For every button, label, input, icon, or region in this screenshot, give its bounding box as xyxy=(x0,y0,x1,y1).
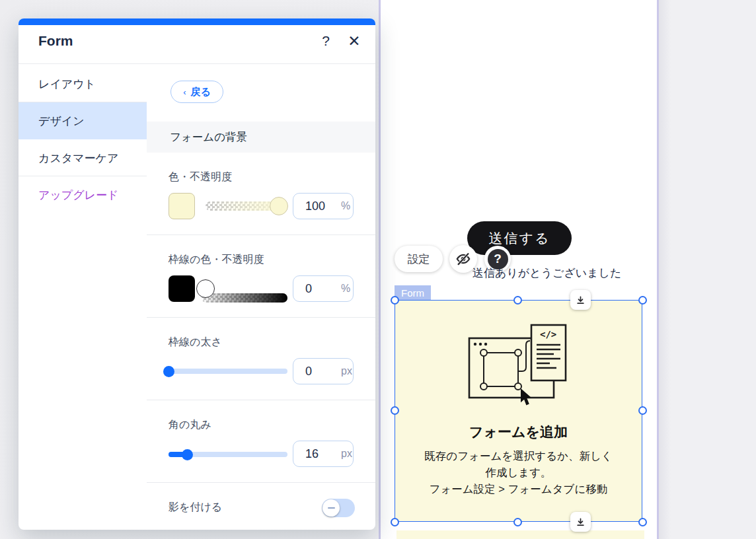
panel-title: Form xyxy=(38,33,73,49)
settings-button[interactable]: 設定 xyxy=(395,246,443,272)
border-width-unit: px xyxy=(341,365,352,377)
fill-opacity-unit: % xyxy=(341,200,350,212)
tab-design[interactable]: デザイン xyxy=(19,102,147,139)
border-opacity-label: 枠線の色・不透明度 xyxy=(169,253,264,267)
handle-top-right[interactable] xyxy=(638,296,647,305)
border-width-input[interactable] xyxy=(304,364,341,379)
settings-button-label: 設定 xyxy=(408,252,430,267)
border-color-swatch[interactable] xyxy=(169,275,195,302)
border-width-slider-thumb[interactable] xyxy=(163,366,174,377)
fill-opacity-input[interactable] xyxy=(304,199,341,214)
border-opacity-unit: % xyxy=(341,283,350,295)
fill-color-swatch[interactable] xyxy=(169,193,195,219)
page-guide-left xyxy=(379,0,381,539)
form-placeholder[interactable]: </> フォームを追加 既存のフォームを選択するか、新しく 作成します。 フォー… xyxy=(395,300,642,522)
stretch-bottom-button[interactable] xyxy=(570,512,591,532)
next-form-element[interactable] xyxy=(397,530,644,539)
shadow-label: 影を付ける xyxy=(169,501,222,515)
tab-layout[interactable]: レイアウト xyxy=(19,65,147,102)
shadow-toggle-thumb xyxy=(322,499,340,517)
panel-accent-bar xyxy=(19,18,375,25)
tab-label: カスタマーケア xyxy=(38,151,118,166)
corner-radius-unit: px xyxy=(341,448,352,460)
back-button[interactable]: ‹ 戻る xyxy=(170,81,223,103)
eye-off-icon xyxy=(455,250,472,268)
border-width-label: 枠線の太さ xyxy=(169,336,222,349)
submit-button-label: 送信する xyxy=(489,229,550,248)
border-opacity-field: % xyxy=(293,275,354,302)
corner-radius-input[interactable] xyxy=(304,447,341,462)
add-form-illustration: </> xyxy=(463,320,575,415)
handle-middle-left[interactable] xyxy=(391,406,399,415)
chevron-left-icon: ‹ xyxy=(183,87,186,97)
tab-upgrade[interactable]: アップグレード xyxy=(19,176,147,213)
tab-customer-care[interactable]: カスタマーケア xyxy=(19,139,147,176)
stretch-icon xyxy=(576,517,586,527)
section-header: フォームの背景 xyxy=(147,122,375,153)
border-width-field: px xyxy=(293,358,354,384)
corner-radius-field: px xyxy=(293,441,354,467)
corner-radius-label: 角の丸み xyxy=(169,418,211,432)
fill-opacity-slider-thumb[interactable] xyxy=(270,197,288,215)
back-button-label: 戻る xyxy=(190,86,210,98)
placeholder-line3: フォーム設定 > フォームタブに移動 xyxy=(430,481,608,497)
section-divider xyxy=(147,317,375,318)
stretch-top-button[interactable] xyxy=(570,290,591,310)
tab-label: アップグレード xyxy=(38,188,118,203)
placeholder-title: フォームを追加 xyxy=(469,423,568,441)
handle-top-center[interactable] xyxy=(513,296,522,305)
section-divider xyxy=(147,482,375,483)
tab-label: デザイン xyxy=(38,114,85,129)
shadow-toggle[interactable] xyxy=(322,499,355,517)
handle-middle-right[interactable] xyxy=(638,406,647,415)
thank-you-text: 送信ありがとうございました xyxy=(472,266,644,281)
border-opacity-slider[interactable] xyxy=(202,293,287,303)
section-divider xyxy=(147,400,375,400)
element-tag-label: Form xyxy=(401,287,424,299)
header-divider xyxy=(19,63,375,64)
section-header-label: フォームの背景 xyxy=(170,130,247,145)
code-glyph: </> xyxy=(540,329,556,340)
fill-opacity-label: 色・不透明度 xyxy=(169,170,232,184)
panel-help-icon[interactable]: ? xyxy=(318,33,334,49)
close-icon[interactable]: ✕ xyxy=(346,32,362,50)
border-width-slider[interactable] xyxy=(169,369,287,374)
element-tag: Form xyxy=(395,285,431,300)
placeholder-line1: 既存のフォームを選択するか、新しく xyxy=(424,448,612,464)
section-divider xyxy=(147,234,375,235)
editor-root: 送信する 設定 ? 送信ありがとうございました Form xyxy=(0,0,756,539)
fill-opacity-field: % xyxy=(293,193,354,219)
border-opacity-slider-thumb[interactable] xyxy=(196,279,215,298)
tab-label: レイアウト xyxy=(38,77,96,92)
handle-bottom-left[interactable] xyxy=(391,518,399,526)
border-opacity-input[interactable] xyxy=(304,281,341,297)
handle-bottom-right[interactable] xyxy=(638,518,647,526)
placeholder-line2: 作成します。 xyxy=(485,464,551,481)
corner-radius-slider-thumb[interactable] xyxy=(182,449,193,460)
submit-button[interactable]: 送信する xyxy=(467,221,572,255)
stretch-icon xyxy=(576,295,586,305)
handle-bottom-center[interactable] xyxy=(513,518,522,526)
handle-top-left[interactable] xyxy=(391,296,399,305)
stage-gutter xyxy=(659,0,756,539)
